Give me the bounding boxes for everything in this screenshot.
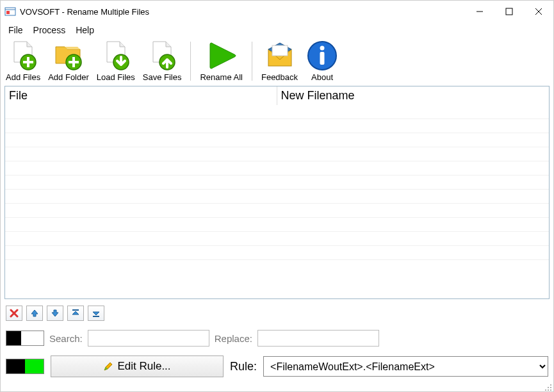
move-bottom-button[interactable] (88, 306, 104, 321)
envelope-icon (265, 40, 295, 71)
add-files-icon (8, 40, 38, 71)
file-grid-header: File New Filename (5, 86, 549, 105)
svg-point-24 (550, 384, 551, 386)
svg-point-25 (548, 387, 549, 388)
table-row (5, 246, 549, 260)
arrow-down-icon (51, 309, 60, 318)
maximize-icon (505, 8, 513, 15)
svg-point-27 (545, 389, 546, 391)
table-row (5, 190, 549, 204)
load-files-button[interactable]: Load Files (94, 39, 138, 83)
title-bar: VOVSOFT - Rename Multiple Files (1, 1, 553, 22)
save-files-icon (147, 40, 177, 71)
table-row (5, 161, 549, 176)
window-title: VOVSOFT - Rename Multiple Files (20, 7, 465, 17)
save-files-button[interactable]: Save Files (140, 39, 184, 83)
resize-grip-icon[interactable] (544, 384, 552, 391)
svg-rect-12 (69, 61, 79, 63)
search-color-box[interactable] (6, 331, 44, 346)
table-row (5, 218, 549, 232)
rule-select[interactable]: <FilenameWoutExt>.<FilenameExt> (263, 356, 548, 377)
table-row (5, 119, 549, 133)
col-file-header[interactable]: File (5, 86, 277, 105)
file-grid[interactable]: File New Filename (4, 86, 550, 299)
arrow-bottom-icon (92, 309, 101, 318)
menu-help[interactable]: Help (72, 24, 98, 37)
menu-bar: File Process Help (1, 22, 553, 38)
table-row (5, 232, 549, 246)
search-label: Search: (49, 333, 83, 344)
rule-label: Rule: (230, 360, 257, 373)
maximize-button[interactable] (494, 1, 524, 22)
add-folder-button[interactable]: Add Folder (45, 39, 92, 83)
svg-rect-19 (320, 52, 325, 65)
toolbar: Add Files Add Folder Load Files (1, 38, 553, 86)
feedback-button[interactable]: Feedback (259, 39, 300, 83)
toolbar-separator (190, 42, 191, 81)
svg-point-26 (550, 387, 551, 388)
add-files-button[interactable]: Add Files (3, 39, 43, 83)
play-icon (206, 40, 237, 71)
delete-button[interactable] (6, 306, 22, 321)
table-row (5, 204, 549, 218)
minimize-button[interactable] (465, 1, 494, 22)
table-row (5, 133, 549, 147)
add-folder-label: Add Folder (48, 72, 89, 82)
replace-input[interactable] (257, 330, 379, 347)
load-files-label: Load Files (97, 72, 135, 82)
info-icon (307, 40, 338, 71)
save-files-label: Save Files (143, 72, 182, 82)
search-input[interactable] (88, 330, 209, 347)
svg-rect-16 (272, 45, 288, 56)
move-up-button[interactable] (26, 306, 43, 321)
menu-file[interactable]: File (4, 24, 27, 37)
toolbar-separator (252, 42, 252, 81)
minimize-icon (476, 8, 484, 15)
delete-icon (10, 309, 19, 318)
close-icon (535, 8, 542, 15)
svg-rect-4 (506, 8, 512, 15)
svg-rect-9 (23, 61, 33, 63)
table-row (5, 105, 549, 119)
close-button[interactable] (524, 1, 553, 22)
rename-all-button[interactable]: Rename All (197, 39, 245, 83)
about-label: About (311, 72, 333, 82)
rename-all-label: Rename All (200, 72, 242, 82)
load-files-icon (101, 40, 131, 71)
svg-point-18 (320, 46, 325, 51)
edit-rule-button[interactable]: Edit Rule... (51, 355, 224, 377)
rule-color-box[interactable] (6, 359, 44, 374)
svg-point-29 (550, 389, 551, 391)
svg-rect-2 (6, 11, 10, 14)
pencil-icon (103, 361, 113, 372)
menu-process[interactable]: Process (29, 24, 70, 37)
move-down-button[interactable] (47, 306, 63, 321)
file-grid-body[interactable] (5, 105, 549, 298)
add-folder-icon (53, 40, 84, 71)
move-top-button[interactable] (67, 306, 84, 321)
add-files-label: Add Files (6, 72, 40, 82)
edit-rule-label: Edit Rule... (117, 360, 170, 373)
arrow-top-icon (71, 309, 80, 318)
col-newname-header[interactable]: New Filename (277, 86, 550, 105)
replace-label: Replace: (215, 333, 252, 344)
rule-row: Edit Rule... Rule: <FilenameWoutExt>.<Fi… (1, 350, 553, 382)
arrow-up-icon (30, 309, 39, 318)
list-action-bar (1, 303, 553, 323)
search-replace-row: Search: Replace: (1, 323, 553, 350)
about-button[interactable]: About (303, 39, 341, 83)
table-row (5, 176, 549, 190)
table-row (5, 147, 549, 161)
app-icon (4, 6, 16, 17)
status-bar (1, 382, 553, 391)
feedback-label: Feedback (261, 72, 298, 82)
svg-point-28 (548, 389, 549, 391)
